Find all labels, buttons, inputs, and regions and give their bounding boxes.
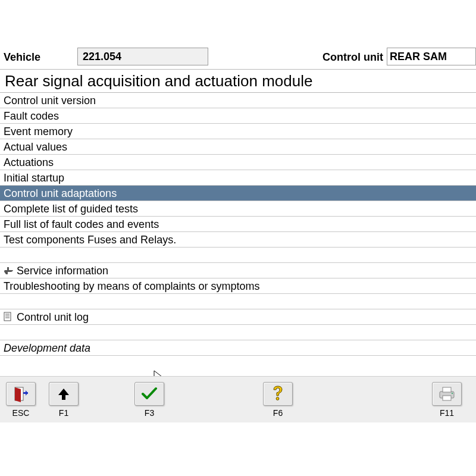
svg-rect-0 (4, 312, 11, 321)
control-unit-value: REAR SAM (387, 48, 476, 65)
doc-icon (4, 311, 17, 324)
menu-item[interactable]: Fault codes (0, 108, 476, 124)
control-unit-label: Control unit (319, 48, 387, 69)
f3-label: F3 (132, 408, 167, 418)
menu-item[interactable]: Full list of fault codes and events (0, 217, 476, 232)
menu-item-label: Initial startup (4, 172, 64, 184)
menu-item[interactable]: Actual values (0, 139, 476, 155)
menu-spacer (0, 294, 476, 309)
info-bar: Vehicle 221.054 Control unit REAR SAM (0, 48, 476, 69)
menu-spacer (0, 248, 476, 263)
menu-item-label: Development data (4, 342, 90, 354)
esc-button[interactable]: ESC (4, 382, 38, 418)
menu-item[interactable]: Troubleshooting by means of complaints o… (0, 278, 476, 294)
menu-item-label: Troubleshooting by means of complaints o… (4, 280, 260, 292)
vehicle-label: Vehicle (0, 48, 77, 69)
menu-item[interactable]: Actuations (0, 155, 476, 170)
menu-list: Control unit versionFault codesEvent mem… (0, 93, 476, 375)
menu-item[interactable]: Control unit log (0, 309, 476, 325)
vehicle-value: 221.054 (77, 48, 208, 65)
menu-spacer (0, 325, 476, 340)
menu-item[interactable]: Initial startup (0, 170, 476, 186)
f6-button[interactable]: F6 (261, 382, 295, 418)
function-key-bar: ESC F1 F2 F3 F4 F5 (0, 376, 476, 422)
checkmark-icon (134, 382, 164, 406)
menu-item-label: Actuations (4, 156, 54, 168)
menu-item-label: Fault codes (4, 110, 59, 122)
help-icon (263, 382, 293, 406)
svg-rect-8 (443, 387, 451, 392)
menu-item[interactable]: Event memory (0, 124, 476, 139)
esc-label: ESC (4, 408, 38, 418)
exit-door-icon (6, 382, 36, 406)
f6-label: F6 (261, 408, 295, 418)
svg-point-6 (276, 397, 279, 400)
menu-item[interactable]: Control unit version (0, 93, 476, 108)
menu-item-label: Control unit adaptations (4, 187, 117, 199)
arrow-up-icon (49, 382, 79, 406)
f11-label: F11 (430, 408, 464, 418)
f1-label: F1 (46, 408, 81, 418)
menu-item[interactable]: Complete list of guided tests (0, 201, 476, 217)
menu-item-label: Control unit version (4, 95, 96, 107)
menu-item-label: Control unit log (17, 311, 89, 323)
page-title: Rear signal acquisition and actuation mo… (0, 69, 476, 93)
menu-item-label: Complete list of guided tests (4, 203, 138, 215)
f3-button[interactable]: F3 (132, 382, 167, 418)
menu-item[interactable]: Service information (0, 263, 476, 278)
app-window: Vehicle 221.054 Control unit REAR SAM Re… (0, 0, 476, 476)
svg-rect-9 (443, 396, 451, 400)
menu-item[interactable]: Control unit adaptations (0, 186, 476, 201)
f11-button[interactable]: F11 (430, 382, 464, 418)
printer-icon (432, 382, 462, 406)
svg-point-10 (452, 392, 453, 393)
menu-item-label: Test components Fuses and Relays. (4, 234, 176, 246)
wrench-icon (4, 265, 17, 278)
menu-item[interactable]: Development data (0, 340, 476, 356)
menu-item-label: Full list of fault codes and events (4, 218, 159, 230)
menu-item-label: Service information (17, 265, 108, 277)
f1-button[interactable]: F1 (46, 382, 81, 418)
menu-item-label: Actual values (4, 141, 67, 153)
menu-item-label: Event memory (4, 126, 73, 137)
menu-item[interactable]: Test components Fuses and Relays. (0, 232, 476, 248)
top-filler (208, 48, 319, 69)
